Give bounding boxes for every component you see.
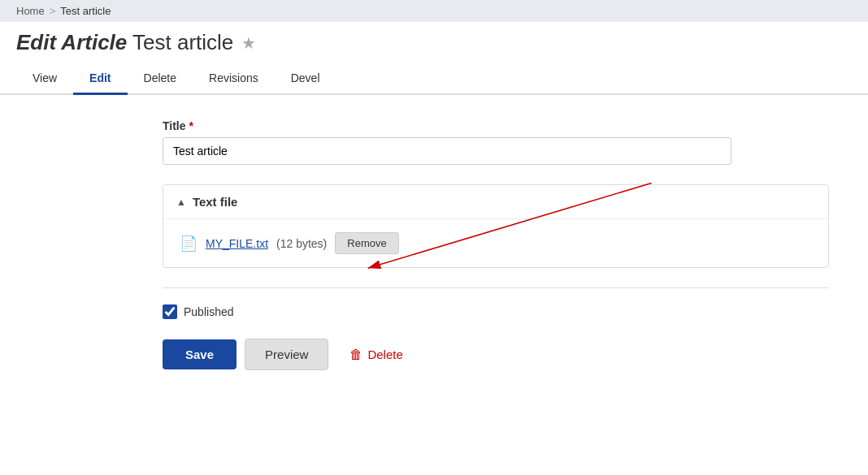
tab-view[interactable]: View [16,63,73,95]
tab-devel[interactable]: Devel [275,63,336,95]
title-field: Title * [163,119,731,165]
required-indicator: * [189,119,193,132]
page-header: Edit Article Test article ★ [0,22,868,55]
file-icon: 📄 [180,235,197,253]
delete-button[interactable]: 🗑 Delete [336,339,415,370]
tab-edit[interactable]: Edit [73,63,127,95]
delete-button-label: Delete [367,348,402,361]
file-size: (12 bytes) [276,237,327,250]
textfile-section: ▲ Text file 📄 MY_FILE.txt (12 bytes) Rem… [163,184,829,268]
breadcrumb-current: Test article [60,5,111,17]
file-link[interactable]: MY_FILE.txt [206,237,268,250]
tab-delete[interactable]: Delete [128,63,193,95]
textfile-section-body: 📄 MY_FILE.txt (12 bytes) Remove [163,218,828,267]
save-button[interactable]: Save [163,339,237,369]
tab-revisions[interactable]: Revisions [193,63,275,95]
preview-button[interactable]: Preview [245,339,328,370]
file-row: 📄 MY_FILE.txt (12 bytes) Remove [180,232,812,254]
chevron-up-icon: ▲ [176,196,186,208]
tabs-nav: View Edit Delete Revisions Devel [0,63,868,95]
breadcrumb-separator: > [50,5,56,17]
textfile-section-header[interactable]: ▲ Text file [163,185,828,218]
action-buttons: Save Preview 🗑 Delete [163,339,852,370]
published-row: Published [163,304,852,319]
remove-button[interactable]: Remove [335,232,398,254]
title-input[interactable] [163,137,731,165]
breadcrumb-home[interactable]: Home [16,5,45,17]
delete-icon: 🗑 [349,348,362,362]
page-title: Edit Article Test article ★ [16,30,852,55]
published-checkbox[interactable] [163,304,177,319]
content-area: Title * ▲ Text file 📄 MY_FILE.txt (12 by… [0,95,868,395]
divider [163,287,829,288]
breadcrumb: Home > Test article [0,0,868,22]
title-label: Title * [163,119,731,132]
page-wrapper: Home > Test article Edit Article Test ar… [0,0,868,475]
published-label: Published [184,305,234,318]
textfile-section-title: Text file [193,195,238,209]
page-title-prefix: Edit Article Test article [16,30,233,55]
star-icon[interactable]: ★ [241,33,256,53]
